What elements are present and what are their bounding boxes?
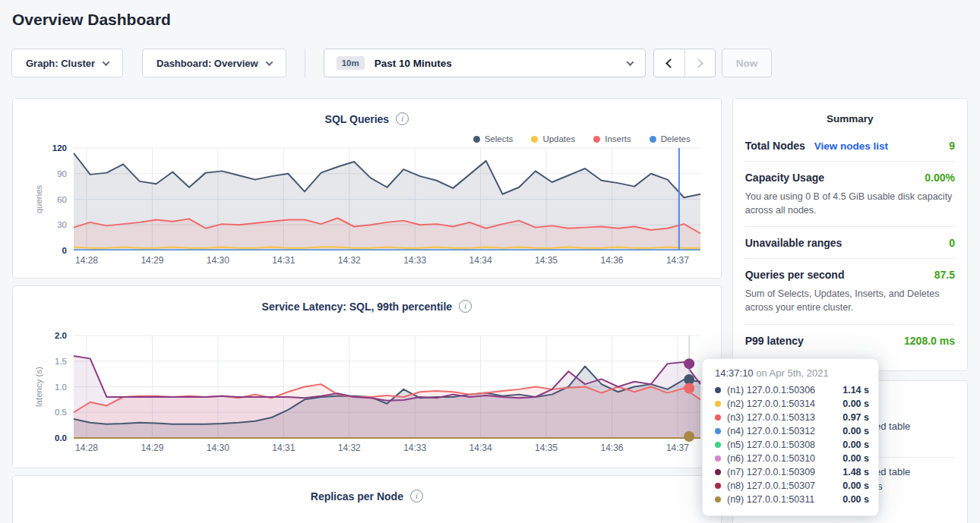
now-button[interactable]: Now [722, 49, 773, 77]
legend-label: Updates [542, 134, 575, 143]
svg-text:90: 90 [57, 169, 67, 178]
tooltip-node-address: (n6) 127.0.0.1:50310 [727, 453, 836, 464]
svg-text:14:33: 14:33 [403, 255, 426, 266]
svg-text:queries: queries [34, 184, 43, 213]
legend-item[interactable]: Updates [531, 134, 575, 143]
tooltip-node-row: (n7) 127.0.0.1:503091.48 s [715, 465, 869, 479]
tooltip-node-value: 1.48 s [842, 467, 869, 477]
svg-text:14:29: 14:29 [141, 255, 163, 266]
tooltip-node-address: (n7) 127.0.0.1:50309 [727, 467, 836, 477]
sql-queries-title: SQL Queries [325, 113, 390, 125]
time-nav-group [653, 49, 716, 77]
tooltip-node-row: (n8) 127.0.0.1:503070.00 s [715, 479, 869, 493]
tooltip-node-row: (n5) 127.0.0.1:503080.00 s [715, 438, 869, 452]
summary-row-value: 1208.0 ms [904, 335, 955, 347]
time-range-badge: 10m [337, 56, 365, 70]
sql-queries-panel: SQL Queries i SelectsUpdatesInsertsDelet… [12, 98, 722, 279]
tooltip-node-value: 0.00 s [842, 453, 869, 464]
summary-row-subtitle: Sum of Selects, Updates, Inserts, and De… [745, 287, 955, 314]
summary-row-label: Capacity Usage [745, 172, 824, 184]
chevron-down-icon [265, 58, 273, 66]
legend-label: Inserts [605, 134, 631, 143]
node-color-dot-icon [715, 496, 721, 503]
svg-text:14:30: 14:30 [207, 255, 229, 266]
tooltip-node-row: (n2) 127.0.0.1:503140.00 s [715, 397, 869, 411]
tooltip-node-address: (n4) 127.0.0.1:50312 [727, 426, 836, 436]
svg-text:120: 120 [52, 143, 67, 153]
svg-text:14:37: 14:37 [666, 255, 689, 266]
summary-row-value: 87.5 [934, 269, 955, 281]
time-next-button[interactable] [684, 49, 715, 77]
node-color-dot-icon [715, 469, 721, 475]
tooltip-time: 14:37:10 [715, 367, 754, 379]
info-icon[interactable]: i [396, 112, 409, 125]
svg-text:0: 0 [62, 246, 67, 255]
legend-item[interactable]: Deletes [650, 134, 691, 143]
tooltip-node-address: (n2) 127.0.0.1:50314 [727, 399, 836, 409]
svg-text:14:32: 14:32 [338, 443, 361, 453]
legend-dot-icon [650, 136, 656, 143]
summary-row: P99 latency1208.0 ms [745, 325, 955, 356]
summary-row: Total NodesView nodes list9 [745, 130, 955, 162]
tooltip-node-address: (n3) 127.0.0.1:50313 [727, 412, 836, 423]
node-color-dot-icon [715, 483, 721, 489]
tooltip-date: on Apr 5th, 2021 [754, 367, 829, 379]
tooltip-header: 14:37:10 on Apr 5th, 2021 [715, 367, 869, 379]
svg-text:14:28: 14:28 [75, 255, 98, 266]
summary-row: Capacity Usage0.00%You are using 0 B of … [745, 162, 955, 227]
tooltip-node-value: 0.97 s [842, 412, 869, 423]
tooltip-node-address: (n9) 127.0.0.1:50311 [727, 494, 836, 505]
service-latency-chart[interactable]: 14:2814:2914:3014:3114:3214:3314:3414:35… [25, 331, 719, 462]
summary-row-subtitle: You are using 0 B of 4.5 GiB usable disk… [745, 190, 955, 217]
controls-divider [305, 49, 305, 77]
tooltip-node-row: (n3) 127.0.0.1:503130.97 s [715, 411, 869, 424]
overview-dashboard-page: Overview Dashboard Graph: Cluster Dashbo… [0, 0, 980, 523]
summary-row-label: Unavailable ranges [745, 237, 842, 249]
summary-row-value: 0.00% [925, 172, 955, 184]
info-icon[interactable]: i [410, 490, 423, 503]
replicas-per-node-title: Replicas per Node [311, 490, 403, 503]
svg-text:14:31: 14:31 [272, 255, 295, 266]
summary-rows: Total NodesView nodes list9Capacity Usag… [745, 130, 955, 356]
legend-label: Deletes [661, 134, 691, 143]
sql-queries-header: SQL Queries i [13, 99, 721, 125]
time-prev-button[interactable] [654, 49, 684, 77]
replicas-per-node-panel: Replicas per Node i [12, 475, 722, 523]
svg-text:2.0: 2.0 [55, 331, 67, 340]
time-range-label: Past 10 Minutes [375, 58, 618, 69]
tooltip-node-row: (n1) 127.0.0.1:503061.14 s [715, 383, 869, 397]
dashboard-controls: Graph: Cluster Dashboard: Overview 10m P… [11, 49, 968, 77]
tooltip-node-value: 1.14 s [842, 385, 869, 395]
legend-item[interactable]: Inserts [593, 134, 631, 143]
summary-row: Queries per second87.5Sum of Selects, Up… [745, 259, 955, 324]
svg-text:1.5: 1.5 [55, 357, 67, 366]
tooltip-rows: (n1) 127.0.0.1:503061.14 s(n2) 127.0.0.1… [715, 383, 869, 506]
tooltip-node-value: 0.00 s [842, 399, 869, 409]
node-color-dot-icon [715, 442, 721, 448]
svg-text:14:34: 14:34 [469, 255, 492, 266]
chevron-down-icon [626, 58, 634, 66]
summary-row-label: Total Nodes [745, 140, 805, 152]
svg-text:0.5: 0.5 [55, 408, 67, 417]
svg-text:14:29: 14:29 [141, 443, 163, 453]
graph-scope-dropdown[interactable]: Graph: Cluster [11, 49, 123, 77]
tooltip-node-value: 0.00 s [842, 494, 869, 505]
tooltip-node-value: 0.00 s [842, 440, 869, 450]
summary-row-value: 9 [949, 140, 955, 152]
node-color-dot-icon [715, 455, 721, 462]
dashboard-select-dropdown[interactable]: Dashboard: Overview [142, 49, 286, 77]
time-range-picker[interactable]: 10m Past 10 Minutes [324, 49, 646, 77]
info-icon[interactable]: i [459, 300, 472, 313]
view-nodes-list-link[interactable]: View nodes list [814, 140, 888, 152]
summary-row-label: Queries per second [745, 269, 845, 281]
tooltip-node-row: (n6) 127.0.0.1:503100.00 s [715, 452, 869, 465]
sql-queries-chart[interactable]: 14:2814:2914:3014:3114:3214:3314:3414:35… [25, 143, 719, 274]
legend-dot-icon [593, 136, 600, 143]
legend-item[interactable]: Selects [473, 134, 514, 143]
legend-dot-icon [531, 136, 538, 143]
charts-column: SQL Queries i SelectsUpdatesInsertsDelet… [12, 98, 722, 523]
latency-hover-tooltip: 14:37:10 on Apr 5th, 2021 (n1) 127.0.0.1… [702, 358, 879, 516]
svg-text:14:36: 14:36 [600, 255, 623, 266]
svg-text:14:37: 14:37 [666, 443, 689, 453]
tooltip-node-row: (n9) 127.0.0.1:503110.00 s [715, 493, 869, 506]
